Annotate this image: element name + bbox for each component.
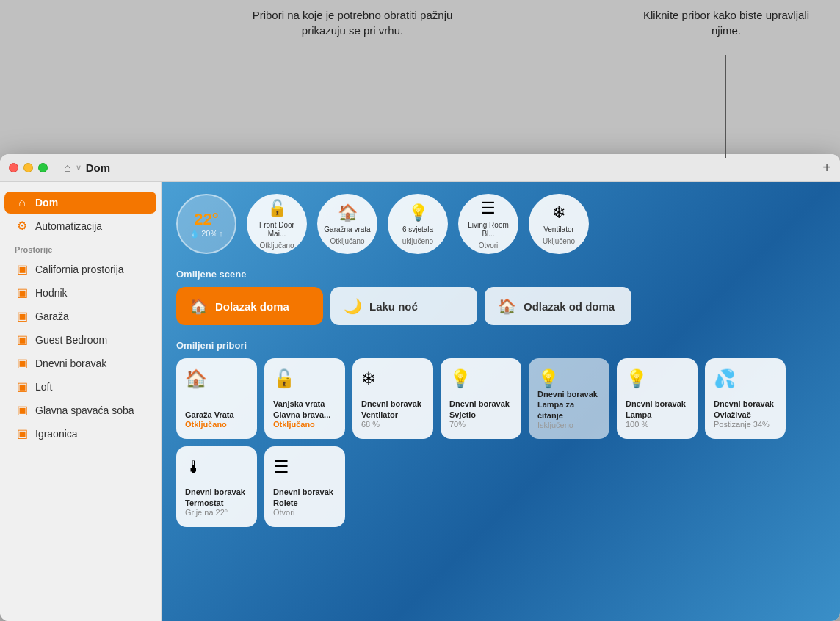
- annotation-overlay: Pribori na koje je potrebno obratiti paž…: [0, 0, 840, 169]
- acc-svjetlo[interactable]: 💡 Dnevni boravak Svjetlo 70%: [441, 358, 521, 439]
- sidebar-item-dom[interactable]: ⌂ Dom: [4, 192, 156, 214]
- home-sidebar-icon: ⌂: [15, 196, 29, 209]
- sidebar-label-igraonica: Igraonica: [35, 428, 78, 440]
- lights-name: 6 svjetala: [402, 225, 433, 234]
- garage-door-name: Garažna vrata: [324, 225, 370, 234]
- annotation-line-left: [355, 55, 355, 158]
- accessories-grid: 🏠 Garaža Vrata Otključano 🔓 Vanjska vrat…: [176, 358, 825, 527]
- sidebar-label-garaza: Garaža: [35, 310, 69, 322]
- acc-lampa-name: Dnevni boravak Lampa: [626, 399, 689, 420]
- front-door-name: Front Door Mai...: [251, 221, 303, 239]
- acc-termostat[interactable]: 🌡 Dnevni boravak Termostat Grije na 22°: [176, 446, 257, 527]
- chevron-icon[interactable]: ∨: [76, 163, 82, 172]
- sidebar-label-loft: Loft: [35, 381, 52, 393]
- scene-odlazak[interactable]: 🏠 Odlazak od doma: [485, 287, 631, 325]
- traffic-lights: [9, 163, 48, 172]
- sidebar-label-dnevni: Dnevni boravak: [35, 357, 106, 369]
- sidebar-label-hodnik: Hodnik: [35, 287, 68, 299]
- scene-dolazak-doma[interactable]: 🏠 Dolazak doma: [176, 287, 323, 325]
- sidebar-item-hodnik[interactable]: ▣ Hodnik: [4, 281, 156, 304]
- room-icon-igraonica: ▣: [15, 426, 29, 440]
- annotation-line-right: [725, 55, 726, 158]
- acc-rolete-name: Dnevni boravak Rolete: [273, 487, 336, 508]
- acc-termostat-icon: 🌡: [185, 457, 248, 477]
- scenes-row: 🏠 Dolazak doma 🌙 Laku noć 🏠 Odlazak od d…: [176, 287, 825, 325]
- acc-ventilator[interactable]: ❄ Dnevni boravak Ventilator 68 %: [352, 358, 433, 439]
- acc-lampa-citanje[interactable]: 💡 Dnevni boravak Lampa za čitanje Isklju…: [529, 358, 609, 439]
- sidebar-label-guest: Guest Bedroom: [35, 334, 107, 346]
- status-living-room[interactable]: ☰ Living Room Bl... Otvori: [458, 194, 518, 254]
- status-ventilator[interactable]: ❄ Ventilator Uključeno: [529, 194, 589, 254]
- acc-lampa-citanje-icon: 💡: [537, 368, 601, 389]
- sidebar-section-prostorije: Prostorije: [0, 238, 161, 257]
- fan-top-icon: ❄: [552, 203, 565, 222]
- sidebar-item-automatizacija[interactable]: ⚙ Automatizacija: [4, 214, 156, 237]
- front-door-icon: 🔓: [267, 199, 287, 218]
- acc-rolete-icon: ☰: [273, 457, 336, 477]
- sidebar-label-spavaca: Glavna spavaća soba: [35, 404, 134, 416]
- acc-lampa-icon: 💡: [626, 368, 689, 389]
- acc-vanjska-vrata[interactable]: 🔓 Vanjska vrata Glavna brava... Otključa…: [264, 358, 345, 439]
- acc-rolete-status: Otvori: [273, 508, 336, 517]
- acc-vanjska-status: Otključano: [273, 420, 336, 429]
- weather-tile[interactable]: 22° 💧 20% ↑: [176, 194, 236, 254]
- acc-lampa-citanje-name: Dnevni boravak Lampa za čitanje: [537, 389, 601, 421]
- sidebar: ⌂ Dom ⚙ Automatizacija Prostorije ▣ Cali…: [0, 182, 162, 621]
- humidity-icon: 💧: [189, 229, 200, 239]
- ventilator-name: Ventilator: [543, 225, 574, 234]
- sidebar-item-california[interactable]: ▣ California prostorija: [4, 258, 156, 280]
- blinds-icon: ☰: [481, 199, 496, 218]
- annotation-text-right: Kliknite pribor kako biste upravljali nj…: [642, 7, 811, 38]
- sidebar-item-loft[interactable]: ▣ Loft: [4, 375, 156, 398]
- sidebar-item-guest-bedroom[interactable]: ▣ Guest Bedroom: [4, 328, 156, 351]
- scenes-section-label: Omiljene scene: [176, 269, 825, 280]
- room-icon-dnevni: ▣: [15, 356, 29, 370]
- status-garazna-vrata[interactable]: 🏠 Garažna vrata Otključano: [317, 194, 377, 254]
- acc-termostat-name: Dnevni boravak Termostat: [185, 487, 248, 508]
- acc-svjetlo-icon: 💡: [449, 368, 513, 389]
- page-title: Dom: [86, 161, 110, 174]
- titlebar-center: ⌂ ∨ Dom: [58, 161, 822, 175]
- maximize-button[interactable]: [38, 163, 48, 172]
- main-content: 22° 💧 20% ↑ 🔓 Front Door Mai... Otključa…: [162, 182, 840, 621]
- status-front-door[interactable]: 🔓 Front Door Mai... Otključano: [247, 194, 307, 254]
- annotation-text-left: Pribori na koje je potrebno obratiti paž…: [242, 7, 463, 38]
- acc-ventilator-icon: ❄: [361, 368, 424, 389]
- close-button[interactable]: [9, 163, 18, 172]
- room-icon-garaza: ▣: [15, 309, 29, 323]
- acc-lampa-status: 100 %: [626, 420, 689, 429]
- living-room-status: Otvori: [479, 242, 499, 250]
- lights-icon: 💡: [408, 203, 428, 222]
- scene-laku-noc-label: Laku noć: [369, 300, 418, 313]
- home-icon[interactable]: ⌂: [64, 161, 71, 175]
- acc-ovlazivac[interactable]: 💦 Dnevni boravak Ovlaživač Postizanje 34…: [705, 358, 786, 439]
- accessories-section-label: Omiljeni pribori: [176, 340, 825, 351]
- status-row: 22° 💧 20% ↑ 🔓 Front Door Mai... Otključa…: [176, 194, 825, 254]
- sidebar-item-spavaca[interactable]: ▣ Glavna spavaća soba: [4, 399, 156, 421]
- status-svjetla[interactable]: 💡 6 svjetala uključeno: [388, 194, 448, 254]
- acc-vanjska-name: Vanjska vrata Glavna brava...: [273, 399, 336, 420]
- sidebar-label-automatizacija: Automatizacija: [35, 220, 102, 232]
- weather-temp: 22°: [194, 210, 218, 229]
- scene-odlazak-icon: 🏠: [498, 297, 516, 315]
- acc-lampa[interactable]: 💡 Dnevni boravak Lampa 100 %: [617, 358, 698, 439]
- acc-rolete[interactable]: ☰ Dnevni boravak Rolete Otvori: [264, 446, 345, 527]
- sidebar-item-dnevni-boravak[interactable]: ▣ Dnevni boravak: [4, 352, 156, 374]
- sidebar-label-california: California prostorija: [35, 264, 124, 275]
- humidity-value: 20%: [201, 229, 217, 238]
- lights-status: uključeno: [402, 237, 433, 245]
- content-area: ⌂ Dom ⚙ Automatizacija Prostorije ▣ Cali…: [0, 182, 840, 621]
- scene-laku-noc[interactable]: 🌙 Laku noć: [330, 287, 477, 325]
- acc-ovlazivac-name: Dnevni boravak Ovlaživač: [714, 399, 777, 420]
- sidebar-item-garaza[interactable]: ▣ Garaža: [4, 305, 156, 327]
- minimize-button[interactable]: [23, 163, 33, 172]
- room-icon-guest: ▣: [15, 333, 29, 346]
- scene-dolazak-icon: 🏠: [189, 297, 208, 315]
- acc-garaza-vrata[interactable]: 🏠 Garaža Vrata Otključano: [176, 358, 257, 439]
- garage-door-icon: 🏠: [338, 203, 358, 222]
- sidebar-item-igraonica[interactable]: ▣ Igraonica: [4, 422, 156, 445]
- acc-garaza-status: Otključano: [185, 420, 248, 429]
- titlebar: ⌂ ∨ Dom +: [0, 154, 840, 182]
- room-icon-spavaca: ▣: [15, 403, 29, 417]
- add-button[interactable]: +: [822, 159, 831, 176]
